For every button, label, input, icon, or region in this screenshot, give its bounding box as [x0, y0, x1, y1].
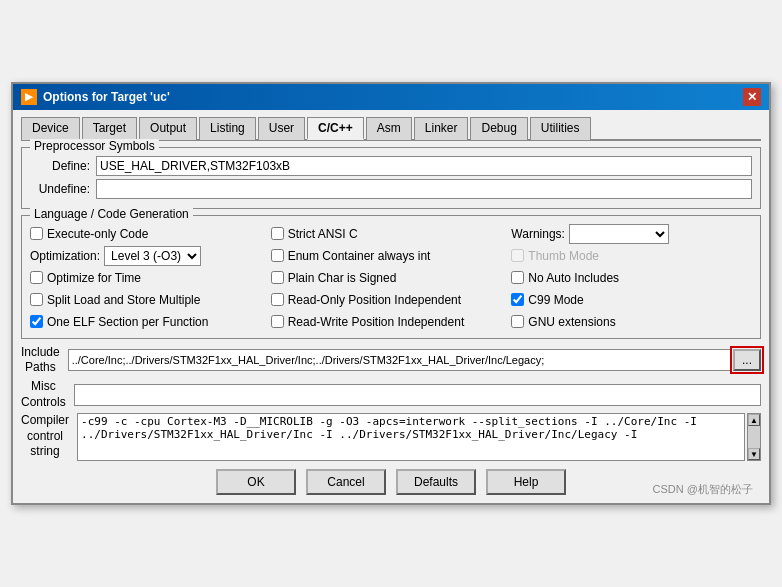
undefine-label: Undefine:	[30, 182, 90, 196]
options-dialog: ▶ Options for Target 'uc' ✕ Device Targe…	[11, 82, 771, 505]
thumb-mode-row: Thumb Mode	[511, 246, 752, 266]
one-elf-check[interactable]	[30, 315, 43, 328]
language-content: Execute-only Code Optimization: Level 3 …	[30, 224, 752, 332]
dialog-body: Device Target Output Listing User C/C++ …	[13, 110, 769, 503]
gnu-ext-check[interactable]	[511, 315, 524, 328]
optimize-time-check[interactable]	[30, 271, 43, 284]
compiler-textarea[interactable]	[77, 413, 745, 461]
tab-target[interactable]: Target	[82, 117, 137, 140]
include-paths-input[interactable]	[68, 349, 731, 371]
title-bar: ▶ Options for Target 'uc' ✕	[13, 84, 769, 110]
rw-pos-check[interactable]	[271, 315, 284, 328]
browse-button[interactable]: ...	[733, 349, 761, 371]
tab-debug[interactable]: Debug	[470, 117, 527, 140]
warnings-label: Warnings:	[511, 227, 565, 241]
rw-pos-label: Read-Write Position Independent	[288, 315, 465, 329]
undefine-input[interactable]	[96, 179, 752, 199]
include-paths-section: IncludePaths ...	[21, 345, 761, 376]
help-button[interactable]: Help	[486, 469, 566, 495]
button-row: OK Cancel Defaults Help CSDN @机智的松子	[21, 465, 761, 497]
execute-only-label: Execute-only Code	[47, 227, 148, 241]
watermark: CSDN @机智的松子	[653, 482, 753, 497]
execute-only-row: Execute-only Code	[30, 224, 271, 244]
strict-ansi-label: Strict ANSI C	[288, 227, 358, 241]
warnings-select[interactable]	[569, 224, 669, 244]
misc-controls-input[interactable]	[74, 384, 761, 406]
define-row: Define:	[30, 156, 752, 176]
dialog-title: Options for Target 'uc'	[43, 90, 170, 104]
tab-device[interactable]: Device	[21, 117, 80, 140]
ro-pos-check[interactable]	[271, 293, 284, 306]
tab-utilities[interactable]: Utilities	[530, 117, 591, 140]
preprocessor-content: Define: Undefine:	[30, 156, 752, 199]
lang-col3: Warnings: Thumb Mode No Auto Includes	[511, 224, 752, 332]
language-group: Language / Code Generation Execute-only …	[21, 215, 761, 339]
close-button[interactable]: ✕	[743, 88, 761, 106]
misc-controls-label: MiscControls	[21, 379, 72, 410]
thumb-mode-label: Thumb Mode	[528, 249, 599, 263]
tab-linker[interactable]: Linker	[414, 117, 469, 140]
define-input[interactable]	[96, 156, 752, 176]
title-bar-left: ▶ Options for Target 'uc'	[21, 89, 170, 105]
ro-pos-row: Read-Only Position Independent	[271, 290, 512, 310]
compiler-scrollbar: ▲ ▼	[747, 413, 761, 461]
language-group-label: Language / Code Generation	[30, 207, 193, 221]
c99-mode-row: C99 Mode	[511, 290, 752, 310]
gnu-ext-row: GNU extensions	[511, 312, 752, 332]
optimization-row: Optimization: Level 3 (-O3) Level 0 (-O0…	[30, 246, 271, 266]
c99-mode-label: C99 Mode	[528, 293, 583, 307]
warnings-row: Warnings:	[511, 224, 752, 244]
misc-controls-section: MiscControls	[21, 379, 761, 410]
plain-char-label: Plain Char is Signed	[288, 271, 397, 285]
split-load-label: Split Load and Store Multiple	[47, 293, 200, 307]
optimize-time-label: Optimize for Time	[47, 271, 141, 285]
ro-pos-label: Read-Only Position Independent	[288, 293, 461, 307]
scroll-up-arrow[interactable]: ▲	[748, 414, 760, 426]
split-load-row: Split Load and Store Multiple	[30, 290, 271, 310]
tab-cpp[interactable]: C/C++	[307, 117, 364, 140]
thumb-mode-check[interactable]	[511, 249, 524, 262]
preprocessor-group: Preprocessor Symbols Define: Undefine:	[21, 147, 761, 209]
execute-only-check[interactable]	[30, 227, 43, 240]
no-auto-includes-row: No Auto Includes	[511, 268, 752, 288]
plain-char-check[interactable]	[271, 271, 284, 284]
enum-container-check[interactable]	[271, 249, 284, 262]
tab-asm[interactable]: Asm	[366, 117, 412, 140]
compiler-section: Compilercontrolstring ▲ ▼	[21, 413, 761, 461]
preprocessor-group-label: Preprocessor Symbols	[30, 139, 159, 153]
strict-ansi-check[interactable]	[271, 227, 284, 240]
ok-button[interactable]: OK	[216, 469, 296, 495]
compiler-label: Compilercontrolstring	[21, 413, 75, 460]
lang-col1: Execute-only Code Optimization: Level 3 …	[30, 224, 271, 332]
one-elf-row: One ELF Section per Function	[30, 312, 271, 332]
tab-listing[interactable]: Listing	[199, 117, 256, 140]
cancel-button[interactable]: Cancel	[306, 469, 386, 495]
rw-pos-row: Read-Write Position Independent	[271, 312, 512, 332]
one-elf-label: One ELF Section per Function	[47, 315, 208, 329]
tab-bar: Device Target Output Listing User C/C++ …	[21, 116, 761, 141]
define-label: Define:	[30, 159, 90, 173]
include-paths-label: IncludePaths	[21, 345, 66, 376]
tab-output[interactable]: Output	[139, 117, 197, 140]
strict-ansi-row: Strict ANSI C	[271, 224, 512, 244]
gnu-ext-label: GNU extensions	[528, 315, 615, 329]
optimize-time-row: Optimize for Time	[30, 268, 271, 288]
enum-container-row: Enum Container always int	[271, 246, 512, 266]
c99-mode-check[interactable]	[511, 293, 524, 306]
optimization-label: Optimization:	[30, 249, 100, 263]
plain-char-row: Plain Char is Signed	[271, 268, 512, 288]
tab-user[interactable]: User	[258, 117, 305, 140]
undefine-row: Undefine:	[30, 179, 752, 199]
no-auto-includes-label: No Auto Includes	[528, 271, 619, 285]
split-load-check[interactable]	[30, 293, 43, 306]
scroll-down-arrow[interactable]: ▼	[748, 448, 760, 460]
app-icon: ▶	[21, 89, 37, 105]
defaults-button[interactable]: Defaults	[396, 469, 476, 495]
lang-col2: Strict ANSI C Enum Container always int …	[271, 224, 512, 332]
no-auto-includes-check[interactable]	[511, 271, 524, 284]
enum-container-label: Enum Container always int	[288, 249, 431, 263]
optimization-select[interactable]: Level 3 (-O3) Level 0 (-O0) Level 1 (-O1…	[104, 246, 201, 266]
